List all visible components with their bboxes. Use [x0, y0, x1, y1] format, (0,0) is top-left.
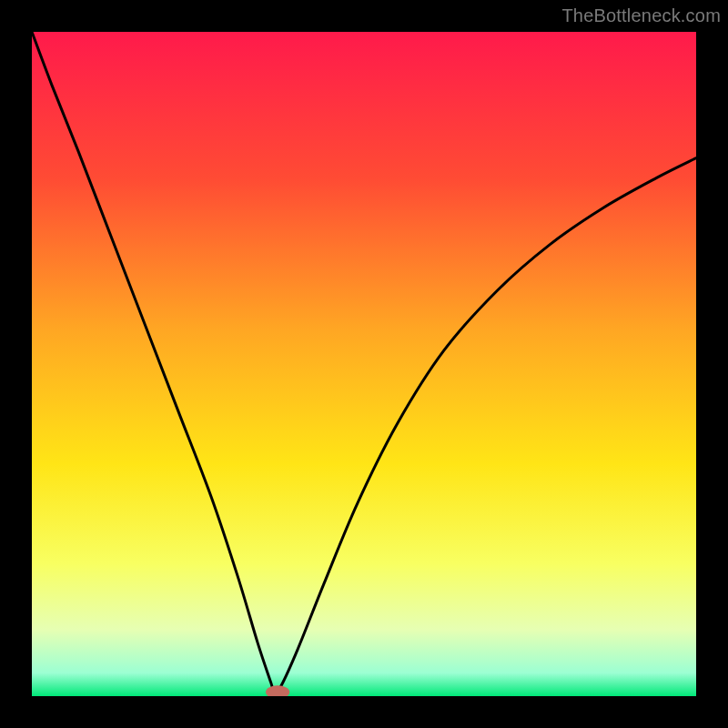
chart-svg — [32, 32, 696, 696]
chart-frame: TheBottleneck.com — [0, 0, 728, 728]
chart-plot-area — [32, 32, 696, 696]
chart-background — [32, 32, 696, 696]
watermark-text: TheBottleneck.com — [561, 5, 721, 26]
